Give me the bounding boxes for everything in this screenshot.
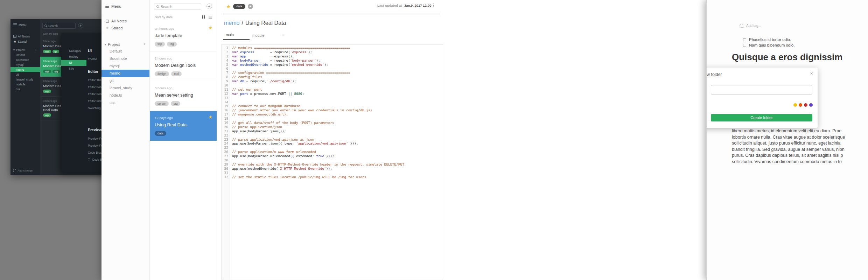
code-editor[interactable]: 1234567891011121314151617181920212223242… xyxy=(221,44,443,280)
code-line: var methodOverride = require('method-ove… xyxy=(232,63,443,67)
sidebar-folder[interactable]: mysql xyxy=(102,62,149,70)
sort-by-button[interactable]: Sort by date xyxy=(155,15,173,19)
note-list-item[interactable]: 12 days ago★Using Real Datadata xyxy=(150,111,217,141)
hamburger-icon xyxy=(13,23,17,27)
note-tag: tag xyxy=(167,42,177,47)
dark-folder[interactable]: git xyxy=(10,72,40,77)
checkbox-icon[interactable] xyxy=(743,38,746,41)
note-list-item[interactable]: 3 hours agoMean server settingservertag xyxy=(150,81,217,111)
detail-tags: data xyxy=(233,4,245,9)
list-view-icon[interactable] xyxy=(209,16,212,20)
add-tag-button[interactable]: + xyxy=(248,4,253,9)
line-number: 31 xyxy=(222,171,228,175)
color-swatch[interactable] xyxy=(799,103,802,107)
all-notes-link[interactable]: All Notes xyxy=(102,18,149,24)
note-list-item[interactable]: an hours ago★Jade templatewiptag xyxy=(150,22,217,51)
note-tag-pill[interactable]: data xyxy=(233,4,245,9)
color-swatch[interactable] xyxy=(809,103,813,107)
checklist-label: Nam quis bibendum odio. xyxy=(749,43,794,47)
dark-starred-link[interactable]: ★ Stared xyxy=(10,39,40,44)
menu-label: Menu xyxy=(111,4,121,8)
dark-folder[interactable]: nodeJs xyxy=(10,82,40,87)
desktop-background: Menu All Notes ★ Stared ▾ Project + Defa… xyxy=(0,0,868,280)
code-line: // parse application/x-www-form-urlencod… xyxy=(232,150,443,154)
settings-menu-ui[interactable]: UI xyxy=(61,60,86,66)
code-line: app.use(bodyParser.json({ type: 'applica… xyxy=(232,141,443,146)
checklist-item[interactable]: Nam quis bibendum odio. xyxy=(743,42,794,48)
sidebar-folder[interactable]: nodeJs xyxy=(102,92,149,99)
starred-link[interactable]: ★ Stared xyxy=(102,24,149,31)
notes-icon xyxy=(106,20,109,23)
sidebar-folder[interactable]: Default xyxy=(102,48,149,55)
dark-sort-label[interactable]: Sort by date xyxy=(43,32,58,35)
folder-name-input[interactable] xyxy=(711,85,812,94)
close-icon[interactable]: × xyxy=(810,71,813,76)
note-time: 2 hours ago xyxy=(155,56,212,60)
grid-view-icon[interactable] xyxy=(202,15,205,19)
caret-down-icon: ▾ xyxy=(13,48,15,51)
dark-folder[interactable]: Boostnote xyxy=(10,57,40,62)
paragraph-line: sollicitudin aliquet, justo purus effici… xyxy=(732,140,845,147)
checklist-item[interactable]: Phasellus id tortor odio. xyxy=(743,37,794,42)
color-swatch[interactable] xyxy=(793,103,797,107)
dark-search-box[interactable]: Search xyxy=(42,23,76,29)
more-options-icon[interactable]: ⋮ xyxy=(432,3,436,8)
project-header[interactable]: ▾ Project + xyxy=(102,41,149,48)
note-tag: tool xyxy=(171,71,182,76)
add-tag-field[interactable]: Add tag... xyxy=(740,24,761,28)
code-gutter: 1234567891011121314151617181920212223242… xyxy=(222,45,230,280)
note-tag: tag xyxy=(171,101,181,106)
color-swatch[interactable] xyxy=(804,103,807,107)
code-line xyxy=(232,96,443,100)
dark-add-storage-button[interactable]: Add storage xyxy=(13,169,33,172)
project-label: Project xyxy=(16,48,25,52)
star-icon[interactable]: ★ xyxy=(226,4,231,9)
settings-menu: StoragesHotkeyUIInfo xyxy=(61,33,86,173)
sidebar-folder[interactable]: memo xyxy=(102,70,149,77)
menu-button[interactable]: Menu xyxy=(102,0,149,8)
checkbox-icon[interactable] xyxy=(743,44,746,47)
create-folder-button[interactable]: Create folder xyxy=(711,114,812,121)
settings-menu-storages[interactable]: Storages xyxy=(61,48,86,54)
code-line: var port = process.env.PORT || 8080; xyxy=(232,92,443,96)
caret-down-icon: ▾ xyxy=(105,43,106,46)
settings-menu-info[interactable]: Info xyxy=(61,66,86,72)
sidebar-folder[interactable]: Boostnote xyxy=(102,55,149,62)
note-time: an hours ago xyxy=(155,27,212,30)
code-line: // parse application/json xyxy=(232,125,443,129)
add-snippet-button[interactable]: + xyxy=(282,33,284,40)
code-line: // set our port xyxy=(232,88,443,92)
dark-project-header[interactable]: ▾ Project + xyxy=(10,47,40,52)
line-number: 26 xyxy=(222,150,228,154)
note-time: 3 hours ago xyxy=(155,86,212,90)
note-title: Mean server setting xyxy=(155,93,212,98)
tab-module[interactable]: module xyxy=(250,33,276,40)
detail-tabs: mainmodule+ xyxy=(223,31,284,40)
sidebar-folder[interactable]: css xyxy=(102,99,149,106)
note-folder-name[interactable]: memo xyxy=(224,20,239,26)
dark-folder[interactable]: css xyxy=(10,87,40,92)
dark-folder[interactable]: Default xyxy=(10,52,40,57)
add-folder-button[interactable]: + xyxy=(144,42,146,46)
dark-folder[interactable]: memo xyxy=(10,67,40,72)
detail-header: ★ data + xyxy=(226,3,253,10)
note-title: Using Real Data xyxy=(155,122,212,127)
dark-new-note-button[interactable]: + xyxy=(78,23,83,28)
dark-folder[interactable]: mysql xyxy=(10,62,40,67)
settings-menu-hotkey[interactable]: Hotkey xyxy=(61,54,86,60)
code-line xyxy=(232,83,443,88)
sidebar-folder[interactable]: laravel_study xyxy=(102,84,149,92)
dark-all-notes-link[interactable]: All Notes xyxy=(10,34,40,39)
new-note-button[interactable]: + xyxy=(206,4,212,9)
note-list-item[interactable]: 2 hours agoModern Design Toolsdesigntool xyxy=(150,51,217,81)
sidebar-folder[interactable]: git xyxy=(102,77,149,84)
dark-menu-button[interactable]: Menu xyxy=(10,19,40,27)
dark-folder[interactable]: laravel_study xyxy=(10,77,40,82)
new-folder-modal: New folder × Create folder xyxy=(706,68,818,128)
tab-main[interactable]: main xyxy=(223,33,250,40)
note-tag: wip xyxy=(155,42,165,47)
line-number: 6 xyxy=(222,66,228,71)
add-folder-icon[interactable]: + xyxy=(35,48,37,52)
line-number: 27 xyxy=(222,154,228,158)
search-input[interactable]: Search xyxy=(154,3,201,10)
